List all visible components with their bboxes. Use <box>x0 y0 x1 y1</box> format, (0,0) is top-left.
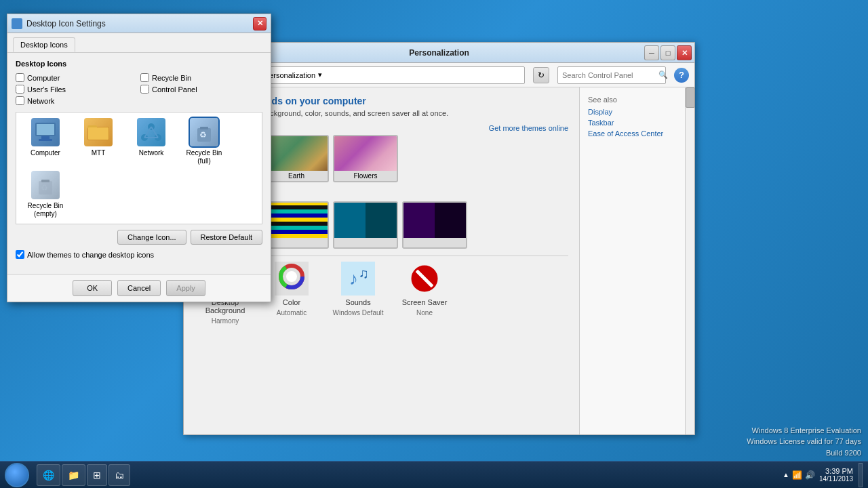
icon-label-network: Network <box>139 149 164 157</box>
explorer-icon: 📁 <box>68 470 79 481</box>
checkbox-recycle-bin[interactable]: Recycle Bin <box>140 73 262 82</box>
dialog-tabs: Desktop Icons <box>7 33 271 53</box>
ie-icon: 🌐 <box>43 470 54 481</box>
svg-rect-18 <box>41 136 50 139</box>
start-button[interactable] <box>0 462 34 488</box>
checkboxes-grid: Computer Recycle Bin User's Files Contro… <box>16 73 262 105</box>
icon-item-recycle-full[interactable]: ♻ Recycle Bin(full) <box>180 118 228 165</box>
checkbox-users-files[interactable]: User's Files <box>16 85 138 94</box>
checkbox-recycle-input[interactable] <box>140 73 149 82</box>
tab-desktop-icons[interactable]: Desktop Icons <box>13 37 75 52</box>
checkbox-control-label: Control Panel <box>152 85 197 94</box>
dialog-close-button[interactable]: ✕ <box>253 17 267 30</box>
dialog-titlebar: Desktop Icon Settings ✕ <box>7 14 271 33</box>
start-orb[interactable] <box>5 463 29 487</box>
icon-item-computer[interactable]: Computer <box>22 118 69 165</box>
checkbox-control-input[interactable] <box>140 85 149 94</box>
svg-rect-22 <box>88 127 108 140</box>
icon-item-network[interactable]: Network <box>127 118 175 165</box>
svg-text:♻: ♻ <box>41 183 48 192</box>
ok-button[interactable]: OK <box>73 280 112 296</box>
dialog-body: Desktop Icons Computer Recycle Bin User'… <box>7 53 271 274</box>
network-icon <box>137 118 165 146</box>
icon-label-recycle-full: Recycle Bin(full) <box>186 149 222 165</box>
checkbox-users-input[interactable] <box>16 85 24 94</box>
date-display: 14/11/2013 <box>819 475 853 483</box>
desktop-icon-settings-dialog: Desktop Icon Settings ✕ Desktop Icons De… <box>7 14 271 302</box>
taskbar-items: 🌐 📁 ⊞ 🗂 <box>34 464 777 486</box>
checkbox-network-input[interactable] <box>16 96 24 105</box>
tray-arrow[interactable]: ▲ <box>783 471 789 479</box>
win8-icon: ⊞ <box>93 470 101 481</box>
icon-label-recycle-empty: Recycle Bin(empty) <box>28 202 64 218</box>
svg-rect-17 <box>37 124 54 135</box>
extra-icon: 🗂 <box>115 470 124 481</box>
allow-themes-label: Allow themes to change desktop icons <box>27 251 154 259</box>
icon-label-mtt: MTT <box>92 149 106 157</box>
svg-rect-19 <box>39 139 52 141</box>
checkbox-computer-input[interactable] <box>16 73 24 82</box>
restore-default-button[interactable]: Restore Default <box>191 230 262 245</box>
dialog-title: Desktop Icon Settings <box>26 19 253 28</box>
cancel-button[interactable]: Cancel <box>117 280 161 296</box>
allow-themes-checkbox[interactable] <box>16 250 24 259</box>
taskbar: 🌐 📁 ⊞ 🗂 ▲ 📶 🔊 3:39 PM 14/11/2013 <box>0 461 868 488</box>
icons-section-label: Desktop Icons <box>16 60 262 68</box>
show-desktop-button[interactable] <box>859 463 863 487</box>
checkbox-recycle-label: Recycle Bin <box>152 74 191 82</box>
allow-themes-row: Allow themes to change desktop icons <box>16 250 262 259</box>
checkbox-computer[interactable]: Computer <box>16 73 138 82</box>
icon-item-recycle-empty[interactable]: ♻ Recycle Bin(empty) <box>22 171 69 218</box>
taskbar-btn-extra[interactable]: 🗂 <box>108 464 130 486</box>
volume-tray-icon[interactable]: 🔊 <box>805 470 815 480</box>
icon-action-buttons: Change Icon... Restore Default <box>16 230 262 245</box>
checkbox-network-label: Network <box>27 97 54 105</box>
computer-icon <box>31 118 60 146</box>
apply-button[interactable]: Apply <box>166 280 205 296</box>
taskbar-btn-win8[interactable]: ⊞ <box>87 464 107 486</box>
change-icon-button[interactable]: Change Icon... <box>117 230 186 245</box>
svg-text:♻: ♻ <box>199 130 207 140</box>
icon-item-mtt[interactable]: MTT <box>75 118 122 165</box>
dialog-icon <box>12 18 22 29</box>
recycle-full-icon: ♻ <box>190 118 218 146</box>
taskbar-btn-ie[interactable]: 🌐 <box>37 464 60 486</box>
icon-label-computer: Computer <box>31 149 60 157</box>
system-tray: ▲ 📶 🔊 <box>783 470 815 480</box>
checkbox-computer-label: Computer <box>27 74 60 82</box>
checkbox-users-label: User's Files <box>27 85 66 94</box>
taskbar-btn-explorer[interactable]: 📁 <box>62 464 85 486</box>
dialog-footer: OK Cancel Apply <box>7 274 271 302</box>
checkbox-network[interactable]: Network <box>16 96 138 105</box>
clock: 3:39 PM 14/11/2013 <box>819 467 853 483</box>
taskbar-right: ▲ 📶 🔊 3:39 PM 14/11/2013 <box>777 463 868 487</box>
dialog-overlay: Desktop Icon Settings ✕ Desktop Icons De… <box>0 0 868 488</box>
icons-preview-area: Computer MTT <box>16 112 262 224</box>
network-tray-icon: 📶 <box>792 470 802 480</box>
checkbox-control-panel[interactable]: Control Panel <box>140 85 262 94</box>
mtt-icon <box>84 118 113 146</box>
recycle-empty-icon: ♻ <box>31 171 60 199</box>
svg-line-27 <box>151 127 158 138</box>
time-display: 3:39 PM <box>819 467 853 475</box>
svg-line-26 <box>144 127 151 138</box>
svg-rect-33 <box>41 180 50 182</box>
svg-rect-30 <box>200 127 208 129</box>
